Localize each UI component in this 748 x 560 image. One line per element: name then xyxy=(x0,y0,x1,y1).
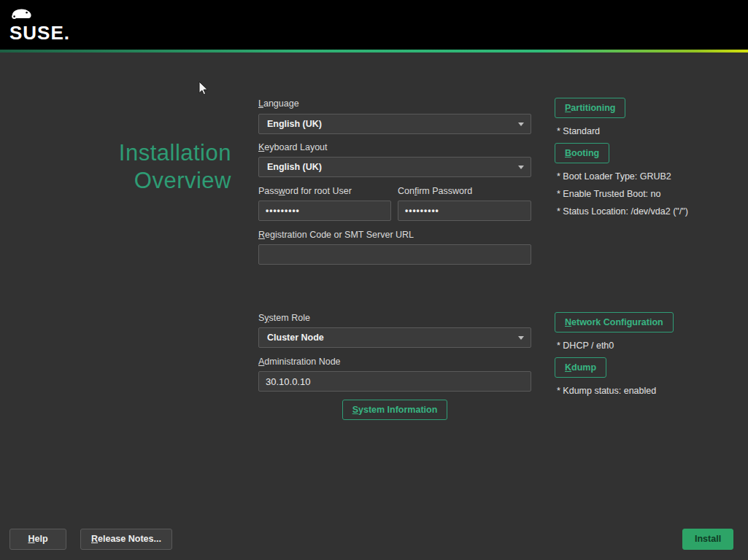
keyboard-layout-label: Keyboard Layout xyxy=(258,142,328,152)
brand-text: SUSE. xyxy=(9,22,70,44)
chevron-down-icon xyxy=(518,166,524,169)
suse-chameleon-icon xyxy=(9,7,34,21)
language-select-value: English (UK) xyxy=(267,119,322,129)
partitioning-button[interactable]: Partitioning xyxy=(555,98,625,118)
registration-label: Registration Code or SMT Server URL xyxy=(258,230,414,240)
root-password-input[interactable] xyxy=(258,201,391,221)
page-title-line2: Overview xyxy=(0,167,231,195)
mouse-cursor xyxy=(198,81,209,96)
top-bar: SUSE. xyxy=(0,0,748,50)
registration-input[interactable] xyxy=(258,244,531,265)
install-button[interactable]: Install xyxy=(682,529,733,550)
chevron-down-icon xyxy=(518,336,524,340)
language-label: Language xyxy=(258,98,299,109)
root-password-label: Password for root User xyxy=(258,186,352,196)
kdump-button[interactable]: Kdump xyxy=(555,357,606,378)
suse-logo: SUSE. xyxy=(9,7,70,44)
kdump-summary-item: * Kdump status: enabled xyxy=(557,386,656,396)
page-title-line1: Installation xyxy=(0,139,231,167)
booting-button[interactable]: Booting xyxy=(555,143,609,163)
network-configuration-button[interactable]: Network Configuration xyxy=(555,312,674,332)
chevron-down-icon xyxy=(518,122,524,126)
system-information-button[interactable]: System Information xyxy=(342,400,448,420)
system-role-label: System Role xyxy=(258,313,310,323)
network-summary-item: * DHCP / eth0 xyxy=(557,341,614,351)
admin-node-label: Administration Node xyxy=(258,357,341,367)
system-role-select-value: Cluster Node xyxy=(267,332,324,343)
language-select[interactable]: English (UK) xyxy=(258,114,531,134)
keyboard-layout-select-value: English (UK) xyxy=(267,162,322,172)
admin-node-input[interactable] xyxy=(258,371,531,392)
page-title: Installation Overview xyxy=(0,139,231,195)
system-role-select[interactable]: Cluster Node xyxy=(258,327,531,348)
accent-line xyxy=(0,50,748,52)
release-notes-button[interactable]: Release Notes... xyxy=(80,529,172,550)
booting-summary-item: * Boot Loader Type: GRUB2 xyxy=(557,171,671,182)
confirm-password-input[interactable] xyxy=(398,201,531,221)
booting-summary-item: * Status Location: /dev/vda2 ("/") xyxy=(557,206,688,217)
confirm-password-label: Confirm Password xyxy=(398,186,472,196)
keyboard-layout-select[interactable]: English (UK) xyxy=(258,157,531,177)
help-button[interactable]: Help xyxy=(9,529,66,550)
booting-summary-item: * Enable Trusted Boot: no xyxy=(557,189,660,199)
partitioning-summary-item: * Standard xyxy=(557,126,600,136)
